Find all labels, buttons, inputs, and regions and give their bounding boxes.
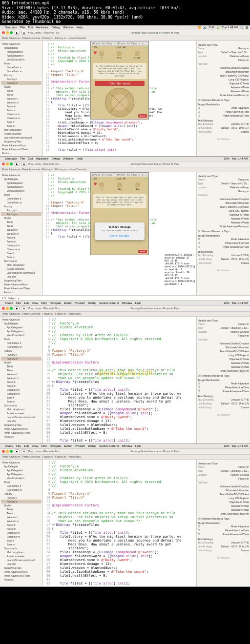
- nav-file[interactable]: Boss.h: [1, 251, 42, 255]
- inspector-value[interactable]: Spaces: [241, 406, 249, 409]
- code-text[interactable]: // Pirate Adventure: [51, 180, 86, 183]
- code-text[interactable]: that we can properly update our views */: [52, 376, 140, 380]
- nav-group[interactable]: Model: [1, 216, 42, 220]
- nav-file[interactable]: LaunchScreen.storyboard: [1, 271, 42, 275]
- stop-button[interactable]: ■: [21, 449, 26, 453]
- code-line[interactable]: 10#import "Tile.h": [44, 496, 195, 500]
- volume-icon[interactable]: 🔊: [203, 26, 207, 29]
- nav-file[interactable]: GameBrain.m: [1, 201, 42, 204]
- code-line[interactable]: 1//: [44, 318, 195, 322]
- nav-file[interactable]: LaunchScreen.storyboard: [1, 415, 42, 419]
- code-line[interactable]: 18{: [44, 384, 195, 388]
- nav-group[interactable]: Pirate AdventureUITests: [1, 431, 42, 435]
- code-text[interactable]: //: [52, 341, 56, 345]
- code-line[interactable]: 3// Pirate Adventure: [44, 325, 195, 329]
- target-checkbox[interactable]: ☐: [198, 245, 200, 248]
- nav-group[interactable]: Factory: [1, 73, 42, 77]
- code-line[interactable]: 27 bluntedSword.damage = 12;: [44, 419, 195, 423]
- menu-edit[interactable]: Edit: [24, 444, 29, 447]
- code-text[interactable]: objects. For tile objects we setup initi…: [52, 515, 173, 519]
- code-text[interactable]: #import "Factory.h": [51, 69, 84, 73]
- menu-xcode[interactable]: Xcode: [5, 444, 13, 447]
- nav-file[interactable]: Factory.h: [1, 496, 42, 500]
- code-line[interactable]: 13: [44, 507, 195, 511]
- nav-file[interactable]: Armor.h: [1, 236, 42, 240]
- nav-file[interactable]: Character.m: [1, 392, 42, 396]
- code-text[interactable]: tile1.weapon = bluntedSword;: [51, 134, 107, 138]
- breadcrumb-path[interactable]: Pirate Adventure › Pirate Adventure › Fa…: [2, 455, 81, 458]
- code-line[interactable]: 9#import "Factory.h": [44, 349, 195, 353]
- nav-file[interactable]: Weapon.h: [1, 97, 42, 101]
- source-editor[interactable]: 1//2// Factory.m3// Pirate Adventure4//5…: [43, 172, 196, 295]
- code-text[interactable]: Tile *tile2 = [[Tile alloc] init];: [51, 148, 118, 151]
- code-line[interactable]: 3// Pirate Adventure: [44, 468, 195, 472]
- nav-file[interactable]: GameBrain.h: [1, 484, 42, 488]
- menu-product[interactable]: Product: [75, 444, 85, 447]
- nav-file[interactable]: Boss.m: [1, 543, 42, 546]
- nav-file[interactable]: Tile.h: [1, 89, 42, 93]
- nav-file[interactable]: Character.m: [1, 535, 42, 539]
- stop-button[interactable]: ■: [21, 162, 26, 166]
- code-text[interactable]: started?";: [52, 403, 89, 407]
- code-text[interactable]: #import "Factory.h": [52, 492, 91, 496]
- code-line[interactable]: 32 Tile *tile2 = [[Tile alloc] init];: [44, 148, 195, 151]
- menu-editor[interactable]: Editor: [64, 444, 72, 447]
- code-line[interactable]: 4//: [44, 329, 195, 333]
- code-text[interactable]: Tile *tile1 = [[Tile alloc] init];: [52, 388, 130, 392]
- target-checkbox[interactable]: ☐: [198, 390, 200, 393]
- breadcrumb-path[interactable]: Pirate Adventure › Pirate Adventure › Fa…: [2, 37, 86, 40]
- nav-project-root[interactable]: Pirate Adventure: [1, 318, 42, 322]
- menu-edit[interactable]: Edit: [24, 302, 29, 304]
- close-button[interactable]: [2, 162, 5, 165]
- code-text[interactable]: tile1.itemImage = [UIImage imageNamed:@"…: [51, 121, 143, 124]
- code-text[interactable]: //: [52, 461, 56, 464]
- code-line[interactable]: 24 tile1.itemImage = [UIImage imageNamed…: [44, 121, 195, 124]
- code-line[interactable]: 23 started?";: [44, 403, 195, 407]
- code-line[interactable]: 13: [44, 364, 195, 368]
- code-text[interactable]: //: [52, 484, 56, 488]
- code-line[interactable]: 22 Mega Boss. How about a useless, rusty…: [44, 400, 195, 403]
- nav-file[interactable]: Factory.h: [1, 77, 42, 81]
- minimize-button[interactable]: [6, 31, 9, 34]
- inspector-value[interactable]: Default - Objective-C So...: [221, 326, 249, 329]
- zoom-button[interactable]: [10, 307, 13, 310]
- nav-group[interactable]: Pirate AdventureTests: [1, 427, 42, 431]
- nav-file[interactable]: Main.storyboard: [1, 550, 42, 554]
- inspector-value[interactable]: Unicode (UTF-8): [231, 398, 249, 401]
- nav-group[interactable]: Supporting Files: [1, 279, 42, 282]
- inspector-value[interactable]: Factory.m: [238, 322, 249, 325]
- code-text[interactable]: // Factory.m: [51, 45, 74, 49]
- nav-file[interactable]: AppDelegate.h: [1, 325, 42, 329]
- code-text[interactable]: started?";: [52, 546, 89, 550]
- code-text[interactable]: //: [52, 472, 56, 476]
- menu-help[interactable]: Help: [76, 157, 82, 160]
- menu-debug[interactable]: Debug: [88, 302, 97, 304]
- code-line[interactable]: 31: [44, 144, 195, 148]
- code-line[interactable]: 14/* This method returns an array that h…: [44, 368, 195, 372]
- code-line[interactable]: 30 tile1.healthEffect = 0;: [44, 141, 195, 144]
- nav-file[interactable]: Assets.xcassets: [1, 267, 42, 271]
- menu-window[interactable]: Window: [63, 26, 73, 29]
- close-button[interactable]: [2, 307, 5, 310]
- code-line[interactable]: 15 objects. For tile objects we setup in…: [44, 372, 195, 376]
- menu-hardware[interactable]: Hardware: [36, 157, 48, 160]
- code-text[interactable]: #import "Tile.h": [52, 496, 84, 500]
- menu-window[interactable]: Window: [63, 157, 73, 160]
- nav-file[interactable]: Weapon.h: [1, 228, 42, 232]
- code-text[interactable]: bluntedSword.name = @"Rusty Sword";: [51, 127, 120, 131]
- menu-source-control[interactable]: Source Control: [99, 302, 119, 304]
- code-text[interactable]: {: [51, 231, 53, 235]
- inspector-value[interactable]: Unicode (UTF-8): [231, 541, 249, 544]
- target-checkbox[interactable]: ☐: [198, 242, 200, 244]
- nav-file[interactable]: GameBrain.m: [1, 345, 42, 349]
- menu-help[interactable]: Help: [76, 26, 82, 29]
- code-line[interactable]: 21 need you to undertake a perilous jour…: [44, 539, 195, 543]
- nav-group[interactable]: Products: [1, 578, 42, 582]
- code-text[interactable]: /* This method returns an array that has…: [52, 368, 175, 372]
- wifi-icon[interactable]: 📶: [198, 26, 201, 29]
- nav-file[interactable]: AppDelegate.m: [1, 185, 42, 189]
- code-line[interactable]: 32 Tile *tile2 = [[Tile alloc] init];: [44, 582, 195, 585]
- code-line[interactable]: 25 Weapon *bluntedSword = [[Weapon alloc…: [44, 124, 195, 127]
- nav-file[interactable]: Character.h: [1, 531, 42, 535]
- nav-file[interactable]: Main.storyboard: [1, 407, 42, 411]
